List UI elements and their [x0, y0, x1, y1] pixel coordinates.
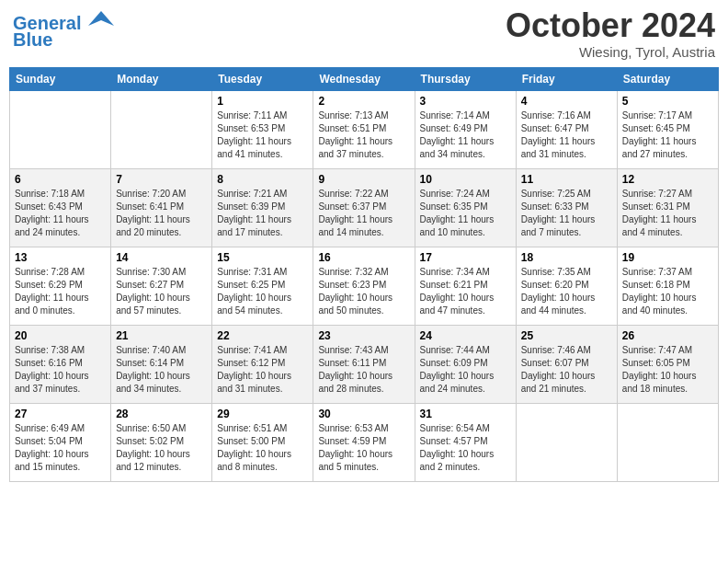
calendar-day-cell: 22Sunrise: 7:41 AM Sunset: 6:12 PM Dayli…: [212, 326, 313, 404]
calendar-day-cell: 29Sunrise: 6:51 AM Sunset: 5:00 PM Dayli…: [212, 404, 313, 482]
day-detail: Sunrise: 7:21 AM Sunset: 6:39 PM Dayligh…: [217, 188, 308, 239]
weekday-header: Thursday: [415, 68, 516, 91]
title-area: October 2024 Wiesing, Tyrol, Austria: [506, 9, 715, 60]
calendar-table: SundayMondayTuesdayWednesdayThursdayFrid…: [9, 67, 719, 482]
day-number: 4: [521, 95, 612, 108]
day-number: 14: [116, 251, 207, 264]
day-detail: Sunrise: 7:44 AM Sunset: 6:09 PM Dayligh…: [420, 344, 511, 396]
day-detail: Sunrise: 7:32 AM Sunset: 6:23 PM Dayligh…: [318, 266, 409, 317]
day-detail: Sunrise: 7:38 AM Sunset: 6:16 PM Dayligh…: [15, 344, 106, 396]
calendar-day-cell: 28Sunrise: 6:50 AM Sunset: 5:02 PM Dayli…: [111, 404, 212, 482]
calendar-day-cell: 9Sunrise: 7:22 AM Sunset: 6:37 PM Daylig…: [313, 169, 415, 247]
calendar-day-cell: 24Sunrise: 7:44 AM Sunset: 6:09 PM Dayli…: [415, 326, 516, 404]
day-detail: Sunrise: 7:46 AM Sunset: 6:07 PM Dayligh…: [521, 344, 612, 396]
day-detail: Sunrise: 6:51 AM Sunset: 5:00 PM Dayligh…: [217, 422, 308, 474]
day-number: 5: [622, 95, 713, 108]
calendar-day-cell: 18Sunrise: 7:35 AM Sunset: 6:20 PM Dayli…: [516, 247, 617, 326]
day-detail: Sunrise: 7:27 AM Sunset: 6:31 PM Dayligh…: [622, 188, 713, 239]
calendar-day-cell: 12Sunrise: 7:27 AM Sunset: 6:31 PM Dayli…: [617, 169, 718, 247]
day-number: 25: [521, 329, 612, 342]
calendar-day-cell: 27Sunrise: 6:49 AM Sunset: 5:04 PM Dayli…: [10, 404, 111, 482]
day-number: 19: [622, 251, 713, 264]
calendar-day-cell: 6Sunrise: 7:18 AM Sunset: 6:43 PM Daylig…: [10, 169, 111, 247]
day-number: 15: [217, 251, 308, 264]
day-detail: Sunrise: 7:35 AM Sunset: 6:20 PM Dayligh…: [521, 266, 612, 317]
weekday-header: Sunday: [10, 68, 111, 91]
day-number: 2: [318, 95, 409, 108]
day-detail: Sunrise: 7:31 AM Sunset: 6:25 PM Dayligh…: [217, 266, 308, 317]
calendar-day-cell: 21Sunrise: 7:40 AM Sunset: 6:14 PM Dayli…: [111, 326, 212, 404]
day-number: 31: [420, 408, 511, 420]
day-number: 11: [521, 173, 612, 186]
calendar-day-cell: 23Sunrise: 7:43 AM Sunset: 6:11 PM Dayli…: [313, 326, 415, 404]
day-number: 7: [116, 173, 207, 186]
weekday-header: Wednesday: [313, 68, 415, 91]
day-number: 21: [116, 329, 207, 342]
calendar-week-row: 13Sunrise: 7:28 AM Sunset: 6:29 PM Dayli…: [10, 247, 719, 326]
calendar-day-cell: 17Sunrise: 7:34 AM Sunset: 6:21 PM Dayli…: [415, 247, 516, 326]
day-detail: Sunrise: 7:40 AM Sunset: 6:14 PM Dayligh…: [116, 344, 207, 396]
month-title: October 2024: [506, 9, 715, 42]
day-number: 3: [420, 95, 511, 108]
location-subtitle: Wiesing, Tyrol, Austria: [506, 44, 715, 60]
day-detail: Sunrise: 7:22 AM Sunset: 6:37 PM Dayligh…: [318, 188, 409, 239]
page-header: General Blue October 2024 Wiesing, Tyrol…: [9, 9, 719, 60]
day-detail: Sunrise: 7:13 AM Sunset: 6:51 PM Dayligh…: [318, 109, 409, 161]
calendar-day-cell: 19Sunrise: 7:37 AM Sunset: 6:18 PM Dayli…: [617, 247, 718, 326]
calendar-day-cell: 4Sunrise: 7:16 AM Sunset: 6:47 PM Daylig…: [516, 91, 617, 169]
day-detail: Sunrise: 6:50 AM Sunset: 5:02 PM Dayligh…: [116, 422, 207, 474]
logo-bird-icon: [88, 9, 114, 29]
calendar-day-cell: 5Sunrise: 7:17 AM Sunset: 6:45 PM Daylig…: [617, 91, 718, 169]
day-number: 10: [420, 173, 511, 186]
calendar-day-cell: 3Sunrise: 7:14 AM Sunset: 6:49 PM Daylig…: [415, 91, 516, 169]
logo: General Blue: [13, 9, 114, 51]
calendar-day-cell: [617, 404, 718, 482]
calendar-day-cell: [516, 404, 617, 482]
day-number: 6: [15, 173, 106, 186]
day-number: 30: [318, 408, 409, 420]
calendar-day-cell: 2Sunrise: 7:13 AM Sunset: 6:51 PM Daylig…: [313, 91, 415, 169]
day-detail: Sunrise: 7:34 AM Sunset: 6:21 PM Dayligh…: [420, 266, 511, 317]
calendar-day-cell: 10Sunrise: 7:24 AM Sunset: 6:35 PM Dayli…: [415, 169, 516, 247]
calendar-day-cell: 11Sunrise: 7:25 AM Sunset: 6:33 PM Dayli…: [516, 169, 617, 247]
day-detail: Sunrise: 7:25 AM Sunset: 6:33 PM Dayligh…: [521, 188, 612, 239]
calendar-day-cell: 20Sunrise: 7:38 AM Sunset: 6:16 PM Dayli…: [10, 326, 111, 404]
day-number: 20: [15, 329, 106, 342]
calendar-day-cell: 25Sunrise: 7:46 AM Sunset: 6:07 PM Dayli…: [516, 326, 617, 404]
calendar-day-cell: [10, 91, 111, 169]
day-detail: Sunrise: 7:18 AM Sunset: 6:43 PM Dayligh…: [15, 188, 106, 239]
day-number: 1: [217, 95, 308, 108]
calendar-day-cell: 1Sunrise: 7:11 AM Sunset: 6:53 PM Daylig…: [212, 91, 313, 169]
svg-marker-0: [88, 11, 114, 26]
calendar-day-cell: 7Sunrise: 7:20 AM Sunset: 6:41 PM Daylig…: [111, 169, 212, 247]
day-number: 13: [15, 251, 106, 264]
calendar-day-cell: 16Sunrise: 7:32 AM Sunset: 6:23 PM Dayli…: [313, 247, 415, 326]
day-number: 22: [217, 329, 308, 342]
weekday-header: Monday: [111, 68, 212, 91]
day-detail: Sunrise: 7:20 AM Sunset: 6:41 PM Dayligh…: [116, 188, 207, 239]
day-detail: Sunrise: 7:37 AM Sunset: 6:18 PM Dayligh…: [622, 266, 713, 317]
day-detail: Sunrise: 7:43 AM Sunset: 6:11 PM Dayligh…: [318, 344, 409, 396]
day-number: 27: [15, 408, 106, 420]
day-detail: Sunrise: 6:54 AM Sunset: 4:57 PM Dayligh…: [420, 422, 511, 474]
day-detail: Sunrise: 7:28 AM Sunset: 6:29 PM Dayligh…: [15, 266, 106, 317]
calendar-day-cell: [111, 91, 212, 169]
day-number: 12: [622, 173, 713, 186]
day-number: 24: [420, 329, 511, 342]
day-detail: Sunrise: 7:30 AM Sunset: 6:27 PM Dayligh…: [116, 266, 207, 317]
calendar-day-cell: 26Sunrise: 7:47 AM Sunset: 6:05 PM Dayli…: [617, 326, 718, 404]
day-detail: Sunrise: 6:53 AM Sunset: 4:59 PM Dayligh…: [318, 422, 409, 474]
day-number: 17: [420, 251, 511, 264]
weekday-header: Saturday: [617, 68, 718, 91]
calendar-week-row: 27Sunrise: 6:49 AM Sunset: 5:04 PM Dayli…: [10, 404, 719, 482]
day-number: 28: [116, 408, 207, 420]
calendar-week-row: 6Sunrise: 7:18 AM Sunset: 6:43 PM Daylig…: [10, 169, 719, 247]
calendar-day-cell: 31Sunrise: 6:54 AM Sunset: 4:57 PM Dayli…: [415, 404, 516, 482]
calendar-day-cell: 13Sunrise: 7:28 AM Sunset: 6:29 PM Dayli…: [10, 247, 111, 326]
day-detail: Sunrise: 7:17 AM Sunset: 6:45 PM Dayligh…: [622, 109, 713, 161]
day-number: 23: [318, 329, 409, 342]
calendar-week-row: 20Sunrise: 7:38 AM Sunset: 6:16 PM Dayli…: [10, 326, 719, 404]
day-number: 16: [318, 251, 409, 264]
weekday-header: Tuesday: [212, 68, 313, 91]
header-row: SundayMondayTuesdayWednesdayThursdayFrid…: [10, 68, 719, 91]
